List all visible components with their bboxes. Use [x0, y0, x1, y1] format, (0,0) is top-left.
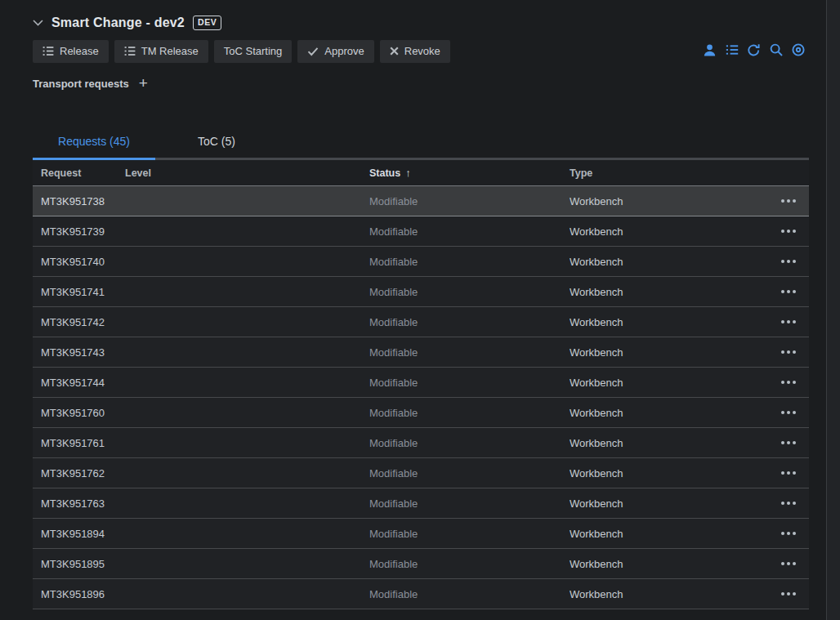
table-row[interactable]: MT3K951895 Modifiable Workbench	[33, 549, 809, 579]
column-header-level[interactable]: Level	[125, 167, 369, 179]
status-cell: Modifiable	[369, 588, 570, 600]
tab-toc[interactable]: ToC (5)	[155, 124, 278, 158]
check-icon	[307, 47, 319, 56]
column-header-request[interactable]: Request	[41, 167, 125, 179]
type-cell: Workbench	[570, 558, 763, 570]
table-row[interactable]: MT3K951739 Modifiable Workbench	[33, 216, 809, 247]
request-cell: MT3K951763	[41, 497, 125, 510]
status-cell: Modifiable	[369, 377, 570, 389]
transport-requests-table: Request Level Status↑ Type MT3K951738 Mo…	[33, 160, 809, 609]
type-cell: Workbench	[570, 437, 763, 449]
tm-release-button[interactable]: TM Release	[114, 40, 208, 63]
x-icon	[390, 47, 399, 56]
list-icon	[726, 44, 739, 58]
status-cell: Modifiable	[369, 407, 570, 419]
type-cell: Workbench	[570, 225, 763, 238]
type-cell: Workbench	[570, 588, 763, 600]
main-content: Smart Change - dev2 DEV Release	[0, 0, 826, 620]
ellipsis-icon[interactable]	[780, 376, 798, 389]
table-row[interactable]: MT3K951741 Modifiable Workbench	[33, 277, 809, 307]
tm-release-button-label: TM Release	[141, 45, 199, 57]
type-cell: Workbench	[570, 195, 763, 207]
list-icon	[42, 46, 54, 56]
approve-button-label: Approve	[324, 45, 364, 57]
request-cell: MT3K951743	[41, 346, 125, 359]
ellipsis-icon[interactable]	[780, 497, 798, 510]
type-cell: Workbench	[570, 528, 763, 540]
table-row[interactable]: MT3K951738 Modifiable Workbench	[33, 186, 809, 216]
smart-change-page: Smart Change - dev2 DEV Release	[0, 0, 840, 620]
release-button-label: Release	[60, 45, 99, 57]
ellipsis-icon[interactable]	[780, 587, 798, 600]
page-title: Smart Change - dev2	[51, 16, 185, 30]
ellipsis-icon[interactable]	[780, 194, 798, 207]
table-row[interactable]: MT3K951762 Modifiable Workbench	[33, 458, 809, 488]
refresh-button[interactable]	[743, 42, 765, 61]
title-row: Smart Change - dev2 DEV	[33, 0, 826, 33]
ellipsis-icon[interactable]	[780, 436, 798, 449]
target-button[interactable]	[787, 42, 809, 61]
table-row[interactable]: MT3K951760 Modifiable Workbench	[33, 398, 809, 428]
table-row[interactable]: MT3K951743 Modifiable Workbench	[33, 337, 809, 368]
vertical-scrollbar[interactable]	[826, 0, 840, 620]
table-body: MT3K951738 Modifiable Workbench MT3K9517…	[33, 186, 809, 609]
type-cell: Workbench	[570, 497, 763, 510]
table-row[interactable]: MT3K951894 Modifiable Workbench	[33, 519, 809, 549]
toc-starting-button[interactable]: ToC Starting	[214, 40, 293, 63]
request-cell: MT3K951894	[41, 528, 125, 540]
table-row[interactable]: MT3K951761 Modifiable Workbench	[33, 428, 809, 458]
revoke-button[interactable]: Revoke	[380, 40, 450, 63]
person-button[interactable]	[699, 42, 721, 61]
status-cell: Modifiable	[369, 558, 570, 570]
column-header-status[interactable]: Status↑	[369, 167, 570, 179]
status-cell: Modifiable	[369, 346, 570, 359]
list-view-button[interactable]	[721, 42, 743, 61]
ellipsis-icon[interactable]	[780, 315, 798, 328]
ellipsis-icon[interactable]	[780, 225, 798, 238]
ellipsis-icon[interactable]	[780, 527, 798, 540]
approve-button[interactable]: Approve	[297, 40, 373, 63]
chevron-down-icon[interactable]	[33, 20, 43, 26]
table-row[interactable]: MT3K951763 Modifiable Workbench	[33, 488, 809, 519]
transport-requests-section: Transport requests +	[33, 75, 826, 91]
column-header-type[interactable]: Type	[570, 167, 763, 179]
ellipsis-icon[interactable]	[780, 557, 798, 570]
table-row[interactable]: MT3K951742 Modifiable Workbench	[33, 307, 809, 337]
tab-requests[interactable]: Requests (45)	[33, 124, 155, 158]
type-cell: Workbench	[570, 256, 763, 268]
type-cell: Workbench	[570, 316, 763, 328]
request-cell: MT3K951760	[41, 407, 125, 419]
ellipsis-icon[interactable]	[780, 346, 798, 359]
status-cell: Modifiable	[369, 437, 570, 449]
ellipsis-icon[interactable]	[780, 255, 798, 268]
table-header: Request Level Status↑ Type	[33, 160, 809, 186]
status-cell: Modifiable	[369, 256, 570, 268]
table-row[interactable]: MT3K951740 Modifiable Workbench	[33, 247, 809, 277]
type-cell: Workbench	[570, 346, 763, 359]
request-cell: MT3K951762	[41, 467, 125, 479]
request-cell: MT3K951738	[41, 195, 125, 207]
status-cell: Modifiable	[369, 467, 570, 479]
request-cell: MT3K951739	[41, 225, 125, 238]
search-icon	[770, 43, 783, 59]
toc-starting-button-label: ToC Starting	[224, 45, 283, 57]
request-cell: MT3K951895	[41, 558, 125, 570]
ellipsis-icon[interactable]	[780, 406, 798, 419]
request-cell: MT3K951761	[41, 437, 125, 449]
request-cell: MT3K951742	[41, 316, 125, 328]
type-cell: Workbench	[570, 467, 763, 479]
status-cell: Modifiable	[369, 225, 570, 238]
ellipsis-icon[interactable]	[780, 466, 798, 479]
person-icon	[703, 43, 717, 60]
ellipsis-icon[interactable]	[780, 285, 798, 298]
add-transport-request-button[interactable]: +	[139, 76, 148, 91]
table-row[interactable]: MT3K951744 Modifiable Workbench	[33, 368, 809, 398]
status-cell: Modifiable	[369, 286, 570, 298]
table-row[interactable]: MT3K951896 Modifiable Workbench	[33, 579, 809, 609]
release-button[interactable]: Release	[33, 40, 109, 63]
type-cell: Workbench	[570, 407, 763, 419]
revoke-button-label: Revoke	[404, 45, 440, 57]
request-cell: MT3K951744	[41, 377, 125, 389]
search-button[interactable]	[765, 42, 787, 61]
refresh-icon	[747, 43, 761, 60]
